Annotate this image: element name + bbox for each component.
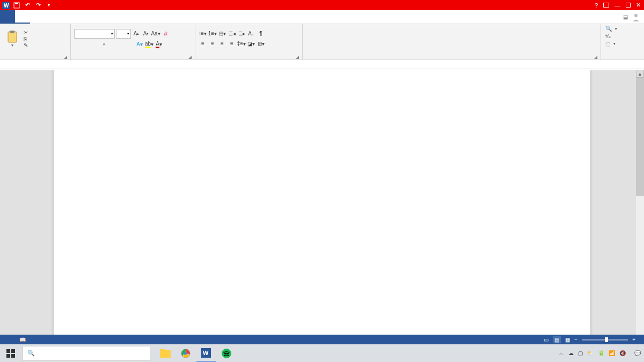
numbering-button[interactable]: 1≡▾ — [208, 29, 217, 38]
align-right-button[interactable]: ≡ — [218, 40, 226, 48]
subscript-button[interactable] — [116, 40, 125, 49]
align-left-button[interactable]: ≡ — [199, 40, 207, 48]
close-icon[interactable]: ✕ — [636, 2, 641, 9]
sort-button[interactable]: A↓ — [247, 29, 255, 38]
tab-insert[interactable] — [30, 10, 45, 24]
underline-button[interactable] — [93, 40, 102, 49]
task-explorer[interactable] — [156, 344, 175, 362]
tab-file[interactable] — [0, 10, 15, 24]
zoom-in-button[interactable]: + — [632, 337, 635, 343]
replace-button[interactable]: ᵃ⁄ₐ — [604, 33, 641, 40]
task-chrome[interactable] — [176, 344, 195, 362]
account-icon[interactable] — [631, 12, 641, 22]
view-web-icon[interactable]: ▦ — [565, 337, 570, 343]
italic-button[interactable] — [84, 40, 92, 49]
svg-point-4 — [634, 14, 638, 17]
undo-icon[interactable]: ↶ — [24, 2, 31, 9]
font-name-combo[interactable]: ▾ — [74, 29, 115, 39]
tray-chevron-icon[interactable]: ︿ — [559, 350, 564, 357]
formatpainter-button[interactable]: ✎ — [24, 42, 30, 48]
svg-rect-7 — [6, 349, 10, 353]
tray-battery-icon[interactable]: 🔋 — [598, 350, 604, 356]
statusbar: 📖 ▭ ▤ ▦ − + — [0, 335, 644, 344]
start-button[interactable] — [0, 344, 21, 362]
collapse-ribbon-icon[interactable]: ⬓ — [623, 14, 628, 20]
copy-button[interactable]: ⎘ — [24, 36, 30, 42]
brush-icon: ✎ — [24, 42, 28, 48]
svg-rect-6 — [10, 31, 14, 33]
justify-button[interactable]: ≡ — [228, 40, 236, 48]
dialog-launcher-icon[interactable]: ◢ — [594, 55, 597, 60]
save-icon[interactable] — [13, 2, 20, 9]
tray-meet-icon[interactable]: ▢ — [578, 350, 583, 356]
replace-icon: ᵃ⁄ₐ — [605, 33, 611, 39]
search-icon: 🔍 — [27, 350, 35, 357]
strike-button[interactable] — [106, 40, 115, 49]
view-readmode-icon[interactable]: ▭ — [544, 337, 548, 343]
align-center-button[interactable]: ≡ — [208, 40, 217, 48]
font-color-button[interactable]: A▾ — [155, 40, 163, 49]
window-controls: ? — ✕ — [595, 2, 644, 9]
dialog-launcher-icon[interactable]: ◢ — [296, 55, 299, 60]
dialog-launcher-icon[interactable]: ◢ — [64, 55, 67, 60]
tray-volume-icon[interactable]: 🔇 — [619, 350, 626, 356]
tab-letters[interactable] — [90, 10, 105, 24]
ribbon: ▼ ✂ ⎘ ✎ ◢ ▾ ▾ A▴ A▾ Aa▾ A̷ — [0, 24, 644, 60]
redo-icon[interactable]: ↷ — [34, 2, 42, 9]
maximize-icon[interactable] — [626, 3, 631, 8]
showmarks-button[interactable]: ¶ — [257, 29, 265, 38]
zoom-out-button[interactable]: − — [574, 337, 577, 343]
tab-home[interactable] — [15, 10, 30, 24]
svg-rect-12 — [160, 349, 165, 351]
tray-notifications-icon[interactable]: 💬 — [634, 350, 641, 356]
tab-design[interactable] — [45, 10, 60, 24]
titlebar: W ↶ ↷ ▼ ? — ✕ — [0, 0, 644, 10]
borders-button[interactable]: ⊞▾ — [257, 40, 265, 48]
find-button[interactable]: 🔍▾ — [604, 25, 641, 32]
scrollbar-track[interactable] — [636, 78, 644, 336]
multilevel-button[interactable]: ⊟▾ — [218, 29, 226, 38]
select-button[interactable]: ⬚▾ — [604, 40, 641, 47]
change-case-button[interactable]: Aa▾ — [151, 29, 160, 38]
superscript-button[interactable] — [126, 40, 134, 49]
svg-rect-3 — [15, 3, 18, 4]
tab-references[interactable] — [75, 10, 90, 24]
paste-button[interactable]: ▼ — [3, 27, 21, 50]
shading-button[interactable]: ◪▾ — [247, 40, 255, 48]
proofing-icon[interactable]: 📖 — [19, 337, 26, 343]
zoom-slider[interactable] — [582, 339, 628, 341]
clear-format-button[interactable]: A̷ — [161, 29, 170, 38]
view-print-icon[interactable]: ▤ — [553, 336, 561, 343]
dialog-launcher-icon[interactable]: ◢ — [188, 55, 192, 60]
tab-view[interactable] — [120, 10, 135, 24]
highlight-button[interactable]: ab▾ — [145, 40, 153, 49]
scroll-up-button[interactable]: ▲ — [636, 70, 644, 78]
document-area: ▲ ▼ — [0, 70, 644, 344]
search-box[interactable]: 🔍 — [23, 346, 150, 361]
cut-button[interactable]: ✂ — [24, 29, 30, 35]
outdent-button[interactable]: ≣◂ — [228, 29, 236, 38]
indent-button[interactable]: ≣▸ — [237, 29, 246, 38]
tray-onedrive-icon[interactable]: ☁ — [568, 350, 574, 356]
tray-wifi-icon[interactable]: 📶 — [609, 350, 615, 356]
tab-pagelayout[interactable] — [60, 10, 75, 24]
minimize-icon[interactable]: — — [614, 2, 620, 9]
word-icon: W — [2, 2, 10, 9]
task-spotify[interactable] — [217, 344, 236, 362]
font-size-combo[interactable]: ▾ — [116, 29, 131, 39]
tray-weather-icon[interactable]: ⛅ — [587, 350, 594, 356]
grow-font-button[interactable]: A▴ — [132, 29, 141, 38]
qat-dropdown-icon[interactable]: ▼ — [45, 2, 53, 9]
scrollbar-thumb[interactable] — [636, 78, 644, 196]
help-icon[interactable]: ? — [595, 2, 598, 9]
task-word[interactable]: W — [196, 344, 216, 362]
ribbon-display-icon[interactable] — [603, 3, 609, 8]
shrink-font-button[interactable]: A▾ — [142, 29, 150, 38]
page[interactable] — [54, 70, 590, 344]
bullets-button[interactable]: ⁝≡▾ — [199, 29, 207, 38]
line-spacing-button[interactable]: ‡≡▾ — [237, 40, 246, 48]
tab-review[interactable] — [105, 10, 120, 24]
styles-gallery[interactable] — [306, 25, 597, 52]
text-effects-button[interactable]: A▾ — [135, 40, 144, 49]
bold-button[interactable] — [74, 40, 83, 49]
